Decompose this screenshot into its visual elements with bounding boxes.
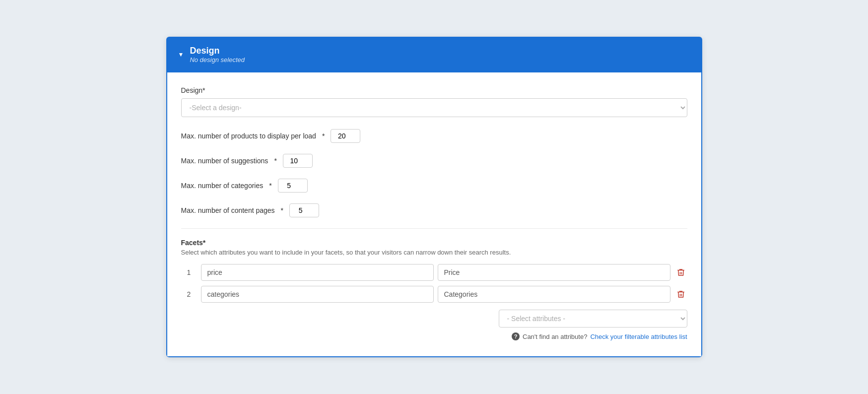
header-title: Design <box>190 46 245 56</box>
header-subtitle: No design selected <box>190 56 245 64</box>
facet-number-1: 1 <box>181 268 197 276</box>
divider <box>181 228 687 229</box>
cant-find-row: ? Can't find an attribute? Check your fi… <box>181 332 687 340</box>
max-categories-input[interactable] <box>278 179 308 193</box>
facet-row: 1 <box>181 264 687 281</box>
facets-section: Facets* Select which attributes you want… <box>181 239 687 340</box>
max-content-pages-input[interactable] <box>289 203 319 217</box>
select-attributes-select[interactable]: - Select attributes - <box>499 310 687 328</box>
max-products-label: Max. number of products to display per l… <box>181 132 316 140</box>
facet-attribute-1[interactable] <box>201 264 434 281</box>
facet-label-1[interactable] <box>438 264 670 281</box>
trash-icon <box>676 289 685 299</box>
max-products-input[interactable] <box>331 129 360 143</box>
max-suggestions-asterisk: * <box>274 157 276 165</box>
delete-facet-2-button[interactable] <box>674 287 687 301</box>
header-text-group: Design No design selected <box>190 46 245 64</box>
max-categories-asterisk: * <box>269 182 271 190</box>
facet-attribute-2[interactable] <box>201 286 434 303</box>
max-suggestions-row: Max. number of suggestions * <box>181 154 687 168</box>
design-field-group: Design* -Select a design- <box>181 86 687 117</box>
facet-number-2: 2 <box>181 290 197 298</box>
content-area: Design* -Select a design- Max. number of… <box>166 72 702 357</box>
filterable-attributes-link[interactable]: Check your filterable attributes list <box>590 333 687 340</box>
chevron-icon: ▼ <box>178 51 184 58</box>
max-categories-label: Max. number of categories <box>181 182 264 190</box>
max-suggestions-input[interactable] <box>283 154 313 168</box>
select-attributes-row: - Select attributes - <box>181 310 687 328</box>
max-content-pages-asterisk: * <box>281 206 283 214</box>
header-bar: ▼ Design No design selected <box>166 37 702 72</box>
cant-find-text: Can't find an attribute? <box>523 333 587 340</box>
trash-icon <box>676 267 685 277</box>
max-products-row: Max. number of products to display per l… <box>181 129 687 143</box>
design-label: Design* <box>181 86 687 94</box>
delete-facet-1-button[interactable] <box>674 265 687 279</box>
max-categories-row: Max. number of categories * <box>181 179 687 193</box>
facets-description: Select which attributes you want to incl… <box>181 249 687 256</box>
max-suggestions-label: Max. number of suggestions <box>181 157 268 165</box>
max-content-pages-row: Max. number of content pages * <box>181 203 687 217</box>
main-panel: ▼ Design No design selected Design* -Sel… <box>166 37 702 357</box>
facet-label-2[interactable] <box>438 286 670 303</box>
max-products-asterisk: * <box>322 132 325 140</box>
design-select[interactable]: -Select a design- <box>181 98 687 117</box>
facet-row: 2 <box>181 286 687 303</box>
max-content-pages-label: Max. number of content pages <box>181 206 275 214</box>
help-icon: ? <box>512 332 520 340</box>
facets-label: Facets* <box>181 239 687 247</box>
